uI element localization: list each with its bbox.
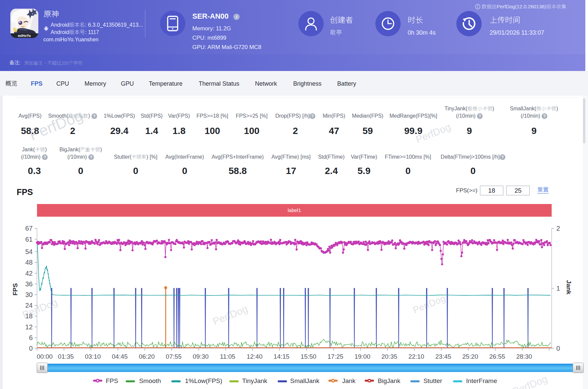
svg-text:14:15: 14:15: [274, 353, 290, 360]
svg-text:20:35: 20:35: [381, 353, 397, 360]
svg-text:09:30: 09:30: [193, 353, 209, 360]
svg-text:15:50: 15:50: [301, 353, 317, 360]
svg-text:06:20: 06:20: [139, 353, 155, 360]
svg-text:22:10: 22:10: [408, 353, 424, 360]
svg-text:0: 0: [556, 345, 560, 352]
svg-text:28:30: 28:30: [516, 353, 532, 360]
svg-text:25:20: 25:20: [462, 353, 478, 360]
svg-text:2: 2: [556, 225, 560, 232]
svg-text:04:45: 04:45: [112, 353, 128, 360]
svg-text:6: 6: [29, 334, 33, 341]
svg-text:1: 1: [556, 285, 560, 292]
svg-text:17:25: 17:25: [328, 353, 344, 360]
svg-text:67: 67: [25, 225, 33, 232]
svg-text:Jank: Jank: [565, 280, 572, 295]
svg-text:00:00: 00:00: [37, 353, 53, 360]
svg-text:12:40: 12:40: [247, 353, 263, 360]
svg-text:23:45: 23:45: [435, 353, 451, 360]
svg-text:61: 61: [25, 236, 33, 243]
svg-text:12: 12: [25, 323, 33, 331]
svg-text:30: 30: [25, 291, 33, 298]
svg-text:0: 0: [29, 345, 33, 352]
svg-text:26:55: 26:55: [489, 353, 505, 360]
svg-text:54: 54: [25, 248, 33, 255]
svg-text:11:05: 11:05: [220, 353, 235, 360]
svg-text:48: 48: [25, 259, 33, 266]
svg-text:19:00: 19:00: [354, 353, 370, 360]
svg-text:42: 42: [25, 270, 33, 277]
svg-text:07:55: 07:55: [166, 353, 182, 360]
svg-text:03:10: 03:10: [85, 353, 101, 360]
svg-text:FPS: FPS: [12, 283, 19, 296]
svg-text:01:35: 01:35: [58, 353, 74, 360]
svg-text:36: 36: [25, 280, 33, 288]
